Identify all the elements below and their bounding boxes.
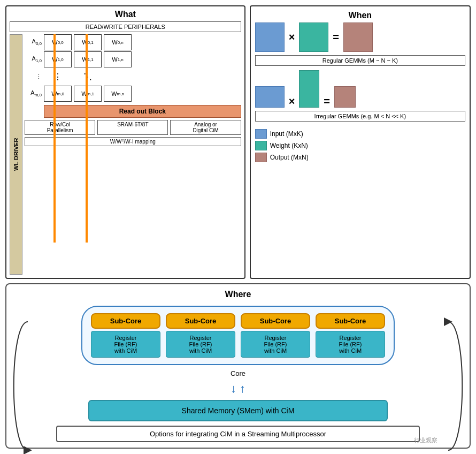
what-row-m: Am,0 Wm,0 Wm,1 Wm,n (25, 86, 241, 102)
sub-core-label-4: Sub-Core (316, 313, 385, 329)
regular-gemm-section: × = Regular GEMMs (M ~ N ~ K) (255, 22, 465, 66)
legend-weight-box (255, 141, 267, 150)
w-box-diag: ⋱ (74, 69, 102, 85)
legend-weight-label: Weight (KxN) (270, 142, 308, 149)
mapping-label: W/Wᵀ/W-I mapping (25, 137, 241, 146)
shared-memory-box: Shared Memory (SMem) with CiM (88, 400, 388, 421)
sub-core-label-3: Sub-Core (241, 313, 310, 329)
w-box-10: W1,0 (44, 51, 72, 67)
what-row-dots: ⋮ ⋮ ⋱ (25, 69, 241, 85)
where-panel: Where Sub-Core RegisterFile (RF)with CiM… (5, 283, 471, 449)
where-title: Where (225, 290, 251, 299)
irregular-gemm-section: × = Irregular GEMMs (e.g. M < N << K) (255, 70, 465, 122)
sub-core-3: Sub-Core RegisterFile (RF)with CiM (241, 313, 310, 358)
what-row-0: A0,0 W0,0 W0,1 W0,n (25, 34, 241, 50)
what-row-1: A1,0 W1,0 W1,1 W1,n (25, 51, 241, 67)
legend-output-label: Output (MxN) (270, 154, 309, 161)
w-box-01: W0,1 (74, 34, 102, 50)
arrows-container: ↓ ↑ (231, 382, 245, 396)
output-matrix-regular (343, 22, 373, 52)
w-box-1n: W1,n (104, 51, 132, 67)
sub-core-1: Sub-Core RegisterFile (RF)with CiM (91, 313, 160, 358)
orange-bar-2 (86, 34, 88, 243)
irregular-gemm-label: Irregular GEMMs (e.g. M < N << K) (255, 111, 465, 122)
w-box-00: W0,0 (44, 34, 72, 50)
output-matrix-irregular (334, 86, 356, 108)
what-panel: What READ/WRITE PERIPHERALS WL DRIVER A0… (5, 5, 245, 279)
legend-input-box (255, 129, 267, 139)
sub-core-label-1: Sub-Core (91, 313, 160, 329)
legend-weight: Weight (KxN) (255, 141, 465, 150)
a-label-dots: ⋮ (25, 73, 42, 80)
what-inner: WL DRIVER A0,0 W0,0 W0,1 W0,n (10, 34, 241, 275)
equals-symbol-2: = (324, 95, 330, 108)
sub-core-4: Sub-Core RegisterFile (RF)with CiM (316, 313, 385, 358)
regular-gemm-label: Regular GEMMs (M ~ N ~ K) (255, 55, 465, 66)
register-file-4: RegisterFile (RF)with CiM (316, 331, 385, 358)
options-box: Options for integrating CiM in a Streami… (56, 426, 420, 442)
legend-output-box (255, 153, 267, 162)
multiply-symbol-1: × (289, 31, 295, 43)
read-out-block: Read out Block (44, 105, 241, 118)
bottom-label-row-col: Row/ColParallelism (25, 120, 95, 135)
sub-core-2: Sub-Core RegisterFile (RF)with CiM (166, 313, 235, 358)
irregular-gemm-row: × = (255, 70, 465, 108)
what-grid-area: A0,0 W0,0 W0,1 W0,n A1,0 W1,0 W1,1 W1,n (22, 34, 241, 275)
equals-symbol-1: = (333, 31, 339, 43)
regular-gemm-row: × = (255, 22, 465, 52)
a-label-0: A0,0 (25, 38, 42, 46)
arrow-down-icon: ↓ (231, 382, 236, 396)
w-box-m1: Wm,1 (74, 86, 102, 102)
where-inner: Sub-Core RegisterFile (RF)with CiM Sub-C… (81, 306, 395, 365)
bottom-label-analog: Analog orDigital CiM (170, 120, 241, 135)
weight-matrix-regular (299, 22, 328, 52)
right-curved-arrow (437, 311, 470, 454)
w-box-dots: ⋮ (44, 69, 72, 85)
left-curved-arrow (6, 311, 39, 454)
top-row: What READ/WRITE PERIPHERALS WL DRIVER A0… (5, 5, 471, 279)
bottom-labels: Row/ColParallelism SRAM-6T/8T Analog orD… (25, 120, 241, 135)
input-matrix-regular (255, 22, 285, 52)
sub-core-label-2: Sub-Core (166, 313, 235, 329)
when-title: When (255, 11, 465, 20)
register-file-3: RegisterFile (RF)with CiM (241, 331, 310, 358)
weight-matrix-irregular (299, 70, 319, 108)
a-label-1: A1,0 (25, 55, 42, 63)
w-box-m0: Wm,0 (44, 86, 72, 102)
a-label-m: Am,0 (25, 89, 42, 97)
w-box-empty (104, 69, 132, 85)
when-panel: When × = Regular GEMMs (M ~ N ~ K) × (250, 5, 471, 279)
legend-area: Input (MxK) Weight (KxN) Output (MxN) (255, 129, 465, 162)
legend-input: Input (MxK) (255, 129, 465, 139)
legend-input-label: Input (MxK) (270, 130, 303, 138)
input-matrix-irregular (255, 86, 285, 108)
register-file-1: RegisterFile (RF)with CiM (91, 331, 160, 358)
core-label: Core (231, 369, 245, 377)
multiply-symbol-2: × (289, 95, 295, 108)
arrow-up-icon: ↑ (240, 382, 245, 396)
wl-driver: WL DRIVER (10, 34, 22, 275)
w-box-0n: W0,n (104, 34, 132, 50)
orange-bar-1 (53, 34, 56, 243)
bottom-label-sram: SRAM-6T/8T (97, 120, 168, 135)
main-container: What READ/WRITE PERIPHERALS WL DRIVER A0… (0, 0, 476, 454)
w-box-11: W1,1 (74, 51, 102, 67)
watermark: 行业观察 (414, 436, 437, 444)
rw-peripherals: READ/WRITE PERIPHERALS (10, 21, 241, 32)
legend-output: Output (MxN) (255, 153, 465, 162)
register-file-2: RegisterFile (RF)with CiM (166, 331, 235, 358)
what-title: What (10, 10, 241, 19)
w-box-mn: Wm,n (104, 86, 132, 102)
